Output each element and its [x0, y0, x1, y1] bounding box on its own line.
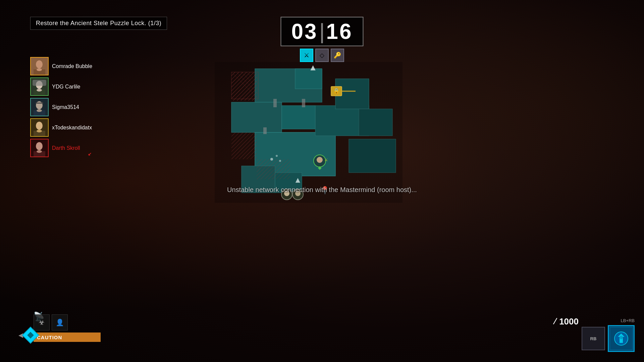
- svg-text:◆: ◆: [318, 165, 322, 170]
- player-avatar-1: ↙: [30, 57, 49, 75]
- svg-rect-42: [231, 72, 257, 101]
- player-item: ↙ Comrade Bubble: [30, 57, 92, 75]
- objective-text: Restore the Ancient Stele Puzzle Lock. (…: [36, 20, 161, 26]
- svg-text:⚔: ⚔: [324, 158, 328, 162]
- button-row: RB: [582, 325, 635, 352]
- player-item: Sigma3514: [30, 98, 92, 116]
- svg-point-52: [279, 160, 281, 162]
- svg-point-15: [37, 109, 42, 112]
- svg-rect-48: [263, 127, 267, 134]
- svg-rect-44: [257, 159, 290, 179]
- bottom-right-hud: LB+RB RB: [582, 318, 635, 352]
- player-name-4: xTodeskandidatx: [52, 125, 92, 131]
- caution-text: CAUTION: [37, 335, 62, 340]
- player-name-5: Darth Skroll: [52, 145, 80, 151]
- svg-point-19: [37, 130, 42, 132]
- player-list: ↙ Comrade Bubble YDG Carlile: [30, 57, 92, 157]
- action-icons-row: ☣ 👤: [34, 314, 101, 330]
- svg-rect-43: [231, 132, 257, 159]
- skill-icon-2[interactable]: ◇: [315, 49, 329, 62]
- svg-rect-39: [349, 139, 396, 173]
- skill-action-button[interactable]: [608, 325, 635, 352]
- bottom-left-hud: ☣ 👤 CAUTION: [34, 314, 101, 342]
- svg-rect-38: [359, 109, 392, 136]
- biohazard-icon: ☣: [34, 314, 50, 330]
- caution-bar: CAUTION: [34, 333, 101, 342]
- objective-bar: Restore the Ancient Stele Puzzle Lock. (…: [30, 17, 167, 30]
- svg-rect-34: [282, 106, 315, 129]
- player-item: YDG Carlile: [30, 77, 92, 96]
- svg-point-50: [270, 158, 273, 161]
- map-container: ▲ 🔒 ◆ ⚔ ▲ 📍: [215, 62, 402, 203]
- lb-rb-label: LB+RB: [621, 318, 635, 323]
- svg-point-21: [36, 142, 43, 150]
- minimap: ▲ 🔒 ◆ ⚔ ▲ 📍: [215, 62, 402, 203]
- timer-divider: |: [319, 21, 325, 42]
- svg-text:▲: ▲: [309, 62, 317, 72]
- svg-rect-49: [302, 99, 305, 107]
- score-display: / 1000: [554, 316, 579, 327]
- player-avatar-5: [30, 139, 49, 157]
- timer-left: 03: [291, 21, 318, 42]
- player-item: Darth Skroll: [30, 139, 92, 157]
- network-message: Unstable network connection with the Mas…: [227, 186, 417, 194]
- svg-rect-13: [36, 103, 43, 104]
- score-number: 1000: [559, 316, 579, 327]
- svg-point-51: [276, 155, 278, 157]
- rb-button[interactable]: RB: [582, 327, 605, 350]
- diamond-nav[interactable]: [22, 327, 39, 344]
- player-avatar-3: [30, 98, 49, 116]
- timer-container: 03 | 16: [281, 17, 364, 46]
- svg-text:▲: ▲: [294, 175, 302, 184]
- svg-point-69: [614, 332, 628, 345]
- player-name-1: Comrade Bubble: [52, 63, 92, 69]
- svg-text:🔒: 🔒: [333, 88, 340, 94]
- skill-icons-row: ⚔ ◇ 🔑: [300, 49, 344, 62]
- svg-point-8: [37, 89, 42, 92]
- svg-rect-47: [273, 99, 277, 107]
- diamond-nav-container: ◀: [18, 329, 37, 341]
- player-item: xTodeskandidatx: [30, 118, 92, 137]
- player-avatar-2: [30, 77, 49, 96]
- svg-point-17: [36, 122, 43, 130]
- player-name-2: YDG Carlile: [52, 84, 80, 90]
- rb-label: RB: [590, 336, 597, 341]
- skill-icon-1[interactable]: ⚔: [300, 49, 313, 62]
- svg-point-58: [317, 157, 323, 163]
- timer-right: 16: [326, 21, 353, 42]
- svg-point-70: [620, 336, 623, 339]
- svg-point-3: [37, 68, 42, 71]
- skill-icon-3[interactable]: 🔑: [331, 49, 344, 62]
- svg-point-1: [36, 60, 43, 68]
- player-avatar-4: [30, 118, 49, 137]
- svg-point-23: [37, 150, 42, 153]
- player-name-3: Sigma3514: [52, 104, 79, 110]
- svg-rect-6: [33, 80, 46, 86]
- person-icon: 👤: [52, 314, 68, 330]
